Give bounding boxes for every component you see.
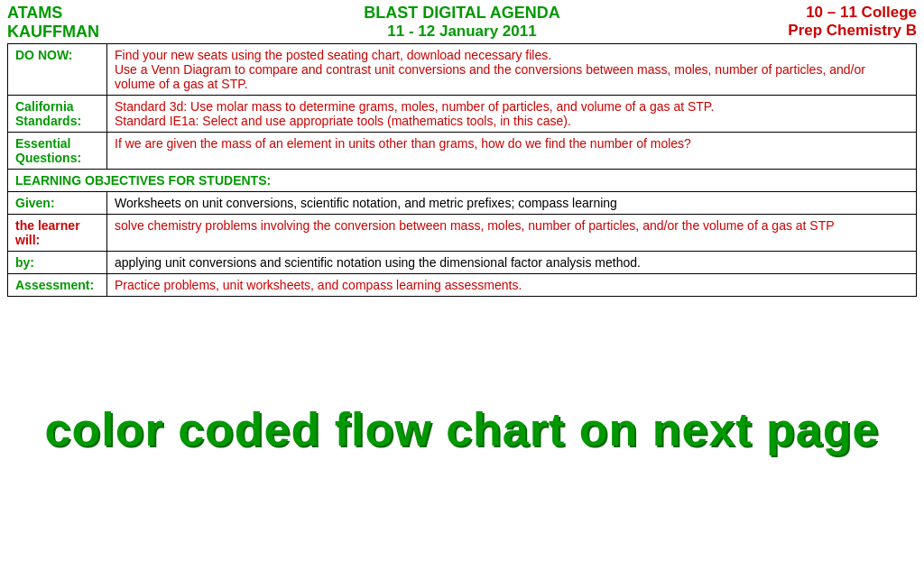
essential-row: Essential Questions: If we are given the… [8,133,917,170]
header-kauffman: KAUFFMAN [7,23,310,41]
learning-header: LEARNING OBJECTIVES FOR STUDENTS: [8,170,917,192]
header-class: Prep Chemistry B [614,22,917,40]
by-row: by: applying unit conversions and scient… [8,252,917,274]
will-label: the learner will: [8,215,107,252]
page-wrapper: ATAMS KAUFFMAN BLAST DIGITAL AGENDA 11 -… [0,0,924,561]
header-left: ATAMS KAUFFMAN [7,4,310,41]
given-row: Given: Worksheets on unit conversions, s… [8,192,917,215]
learning-header-row: LEARNING OBJECTIVES FOR STUDENTS: [8,170,917,192]
assessment-content: Practice problems, unit worksheets, and … [107,274,917,297]
given-content: Worksheets on unit conversions, scientif… [107,192,917,215]
main-table: DO NOW: Find your new seats using the po… [7,43,917,297]
header-agenda-title: BLAST DIGITAL AGENDA [310,4,614,23]
do-now-content: Find your new seats using the posted sea… [107,44,917,96]
do-now-row: DO NOW: Find your new seats using the po… [8,44,917,96]
by-content: applying unit conversions and scientific… [107,252,917,274]
standards-row: California Standards: Standard 3d: Use m… [8,96,917,133]
assessment-label: Assessment: [8,274,107,297]
essential-label: Essential Questions: [8,133,107,170]
bottom-text: color coded flow chart on next page [45,402,880,456]
bottom-section: color coded flow chart on next page [0,297,924,561]
will-content: solve chemistry problems involving the c… [107,215,917,252]
header-date: 11 - 12 January 2011 [310,23,614,41]
by-label: by: [8,252,107,274]
will-row: the learner will: solve chemistry proble… [8,215,917,252]
header-grade: 10 – 11 College [614,4,917,22]
header-atams: ATAMS [7,4,310,23]
header-center: BLAST DIGITAL AGENDA 11 - 12 January 201… [310,4,614,41]
given-label: Given: [8,192,107,215]
standards-label: California Standards: [8,96,107,133]
do-now-label: DO NOW: [8,44,107,96]
assessment-row: Assessment: Practice problems, unit work… [8,274,917,297]
header: ATAMS KAUFFMAN BLAST DIGITAL AGENDA 11 -… [0,0,924,43]
header-right: 10 – 11 College Prep Chemistry B [614,4,917,41]
standards-content: Standard 3d: Use molar mass to determine… [107,96,917,133]
essential-content: If we are given the mass of an element i… [107,133,917,170]
